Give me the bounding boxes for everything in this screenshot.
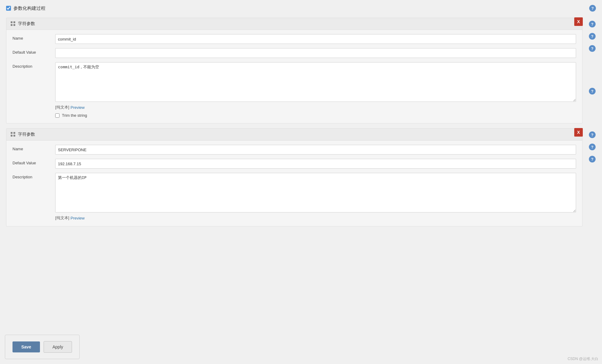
close-panel-2-button[interactable]: X: [574, 128, 583, 137]
panel-1-title: 字符参数: [18, 21, 35, 27]
description-textarea-2[interactable]: 第一个机器的IP: [55, 173, 576, 212]
name-input-1[interactable]: [55, 34, 576, 44]
name-label-2: Name: [13, 145, 55, 151]
preview-prefix-1: [纯文本]: [55, 105, 69, 110]
save-button[interactable]: Save: [13, 341, 40, 352]
parameter-panel-2: X 字符参数 Name Default Value: [6, 128, 582, 227]
default-value-label-1: Default Value: [13, 48, 55, 55]
top-section: 参数化构建过程 ?: [6, 4, 596, 13]
panel2-help-icon-3[interactable]: ?: [589, 156, 596, 162]
preview-prefix-2: [纯文本]: [55, 215, 69, 221]
preview-link-2[interactable]: Preview: [70, 216, 84, 220]
panel-2-header: 字符参数: [6, 129, 582, 141]
trim-checkbox-1[interactable]: [55, 113, 59, 118]
name-row-1: Name: [13, 34, 576, 44]
default-value-row-2: Default Value: [13, 159, 576, 169]
panel1-help-icon-2[interactable]: ?: [589, 33, 596, 40]
preview-row-1: [纯文本] Preview: [55, 105, 576, 110]
preview-link-1[interactable]: Preview: [70, 105, 84, 110]
panel-1-header: 字符参数: [6, 18, 582, 30]
panel1-help-icon-4[interactable]: ?: [589, 88, 596, 95]
description-label-1: Description: [13, 62, 55, 69]
panel1-help-icon-3[interactable]: ?: [589, 45, 596, 52]
default-value-label-2: Default Value: [13, 159, 55, 165]
panel1-help-icon-1[interactable]: ?: [589, 21, 596, 27]
parameter-panel-1: X 字符参数 Name Default Value: [6, 18, 582, 123]
default-value-input-1[interactable]: [55, 48, 576, 58]
panel2-help-icon-2[interactable]: ?: [589, 144, 596, 150]
default-value-input-2[interactable]: [55, 159, 576, 169]
panel2-help-icon-1[interactable]: ?: [589, 131, 596, 138]
top-help-icon[interactable]: ?: [589, 5, 596, 12]
parameterize-checkbox[interactable]: [6, 6, 11, 11]
name-label-1: Name: [13, 34, 55, 41]
default-value-row-1: Default Value: [13, 48, 576, 58]
trim-label-1: Trim the string: [62, 113, 87, 118]
preview-row-2: [纯文本] Preview: [55, 215, 576, 221]
action-buttons: Save Apply: [5, 335, 80, 359]
watermark: CSDN @运维.大白: [568, 356, 598, 362]
apply-button[interactable]: Apply: [44, 341, 72, 353]
description-row-1: Description commit_id，不能为空 [纯文本] Preview…: [13, 62, 576, 118]
description-textarea-1[interactable]: commit_id，不能为空: [55, 62, 576, 102]
description-row-2: Description 第一个机器的IP [纯文本] Preview: [13, 173, 576, 221]
panel-2-title: 字符参数: [18, 132, 35, 137]
name-row-2: Name: [13, 145, 576, 155]
section-title: 参数化构建过程: [13, 5, 45, 11]
trim-row-1: Trim the string: [55, 113, 576, 118]
description-label-2: Description: [13, 173, 55, 179]
drag-handle-icon: [11, 21, 16, 26]
name-input-2[interactable]: [55, 145, 576, 155]
close-panel-1-button[interactable]: X: [574, 17, 583, 26]
drag-handle-icon-2: [11, 132, 16, 137]
